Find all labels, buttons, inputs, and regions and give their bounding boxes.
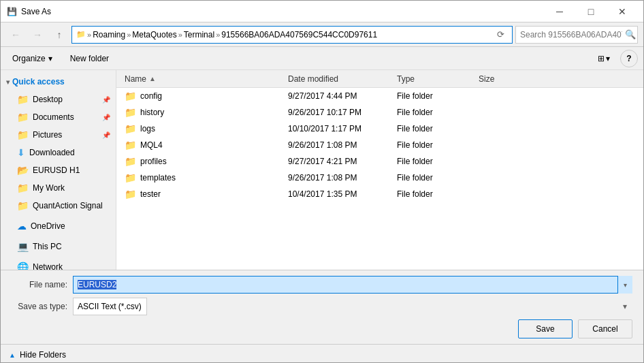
hide-folders-chevron: ▲ — [9, 351, 16, 359]
navigation-toolbar: ← → ↑ 📁 » Roaming » MetaQuotes » Termina… — [1, 22, 643, 47]
file-row[interactable]: 📁 logs 10/10/2017 1:17 PM File folder — [116, 121, 643, 137]
addr-guid: 915566BA06ADA407569C544CC0D97611 — [221, 30, 377, 40]
network-icon: 🌐 — [17, 262, 29, 270]
search-icon: 🔍 — [625, 29, 636, 40]
hide-folders-bar: ▲ Hide Folders — [1, 344, 643, 362]
thispc-section: 💻 This PC — [1, 238, 116, 255]
col-name-label: Name — [125, 74, 146, 84]
sidebar-item-label: Desktop — [33, 95, 63, 104]
address-bar[interactable]: 📁 » Roaming » MetaQuotes » Terminal » 91… — [71, 26, 513, 44]
file-cell-date: 9/26/2017 10:17 PM — [283, 108, 391, 117]
file-name-text: MQL4 — [140, 140, 163, 150]
network-section: 🌐 Network — [1, 258, 116, 270]
search-box[interactable]: 🔍 — [515, 26, 638, 44]
file-row[interactable]: 📁 templates 9/26/2017 1:08 PM File folde… — [116, 170, 643, 186]
file-folder-icon: 📁 — [125, 107, 136, 118]
col-header-type[interactable]: Type — [391, 70, 473, 87]
savetype-select-wrapper: ASCII Text (*.csv) — [73, 298, 632, 315]
sidebar-item-label: QuantAction Signal — [33, 201, 103, 210]
onedrive-section: ☁ OneDrive — [1, 217, 116, 235]
addr-roaming: Roaming — [93, 30, 125, 40]
col-header-date[interactable]: Date modified — [283, 70, 391, 87]
close-button[interactable]: ✕ — [607, 1, 638, 22]
view-button[interactable]: ⊞ ▾ — [593, 50, 615, 67]
quantaction-folder-icon: 📁 — [17, 200, 29, 211]
file-row[interactable]: 📁 profiles 9/27/2017 4:21 PM File folder — [116, 153, 643, 170]
sidebar-item-network[interactable]: 🌐 Network — [1, 258, 116, 270]
sidebar-item-mywork[interactable]: 📁 My Work — [1, 179, 116, 197]
help-button[interactable]: ? — [620, 50, 638, 67]
filename-input[interactable] — [73, 276, 632, 294]
sidebar-item-pictures[interactable]: 📁 Pictures 📌 — [1, 126, 116, 144]
save-as-dialog: 💾 Save As ─ □ ✕ ← → ↑ 📁 » Roaming » Meta… — [0, 0, 644, 363]
pin-icon: 📌 — [102, 96, 110, 104]
savetype-row: Save as type: ASCII Text (*.csv) — [12, 298, 632, 315]
file-cell-date: 10/4/2017 1:35 PM — [283, 189, 391, 199]
file-row[interactable]: 📁 config 9/27/2017 4:44 PM File folder — [116, 88, 643, 104]
sidebar-item-label: EURUSD H1 — [33, 165, 80, 175]
hide-folders-row[interactable]: ▲ Hide Folders — [6, 347, 638, 360]
savetype-select[interactable]: ASCII Text (*.csv) — [73, 298, 147, 315]
onedrive-label: OneDrive — [31, 221, 65, 231]
forward-button[interactable]: → — [28, 25, 47, 44]
downloaded-folder-icon: ⬇ — [17, 147, 25, 158]
col-date-label: Date modified — [288, 74, 338, 84]
quick-access-section: ▾ Quick access 📁 Desktop 📌 📁 Documents 📌… — [1, 73, 116, 215]
pin-icon: 📌 — [102, 114, 110, 121]
pc-icon: 💻 — [17, 241, 29, 252]
window-controls: ─ □ ✕ — [544, 1, 638, 22]
file-name-text: config — [140, 91, 162, 101]
sidebar-item-onedrive[interactable]: ☁ OneDrive — [1, 217, 116, 235]
back-button[interactable]: ← — [6, 25, 25, 44]
minimize-button[interactable]: ─ — [544, 1, 575, 22]
search-input[interactable] — [520, 30, 622, 40]
quick-access-label: Quick access — [12, 77, 65, 86]
sidebar: ▾ Quick access 📁 Desktop 📌 📁 Documents 📌… — [1, 70, 116, 270]
sidebar-item-thispc[interactable]: 💻 This PC — [1, 238, 116, 255]
new-folder-button[interactable]: New folder — [64, 50, 115, 67]
sort-arrow: ▲ — [149, 75, 156, 82]
sidebar-item-quantaction[interactable]: 📁 QuantAction Signal — [1, 197, 116, 215]
maximize-button[interactable]: □ — [575, 1, 607, 22]
organize-button[interactable]: Organize ▾ — [6, 50, 59, 67]
file-row[interactable]: 📁 history 9/26/2017 10:17 PM File folder — [116, 104, 643, 121]
addr-sep-3: » — [178, 31, 182, 39]
second-toolbar: Organize ▾ New folder ⊞ ▾ ? — [1, 47, 643, 70]
title-icon: 💾 — [6, 6, 17, 17]
file-cell-date: 9/27/2017 4:44 PM — [283, 91, 391, 101]
file-folder-icon: 📁 — [125, 140, 136, 151]
col-header-name[interactable]: Name ▲ — [119, 70, 283, 87]
cancel-button[interactable]: Cancel — [578, 319, 632, 338]
filename-row: File name: ▾ — [12, 276, 632, 294]
file-cell-date: 9/26/2017 1:08 PM — [283, 140, 391, 150]
file-folder-icon: 📁 — [125, 189, 136, 200]
file-row[interactable]: 📁 MQL4 9/26/2017 1:08 PM File folder — [116, 137, 643, 153]
file-cell-type: File folder — [391, 173, 473, 183]
sidebar-item-documents[interactable]: 📁 Documents 📌 — [1, 108, 116, 126]
documents-folder-icon: 📁 — [17, 112, 29, 123]
up-button[interactable]: ↑ — [50, 25, 69, 44]
save-button[interactable]: Save — [518, 319, 573, 338]
hide-folders-label: Hide Folders — [20, 350, 66, 360]
file-folder-icon: 📁 — [125, 123, 136, 134]
file-name-text: logs — [140, 124, 155, 133]
sidebar-item-downloaded[interactable]: ⬇ Downloaded — [1, 144, 116, 161]
file-cell-type: File folder — [391, 91, 473, 101]
sidebar-item-eurusd[interactable]: 📂 EURUSD H1 — [1, 161, 116, 179]
quick-access-header[interactable]: ▾ Quick access — [1, 73, 116, 91]
addr-sep-2: » — [127, 31, 131, 39]
filename-input-wrapper: ▾ — [73, 276, 632, 294]
eurusd-folder-icon: 📂 — [17, 165, 29, 176]
dialog-title: Save As — [21, 7, 544, 16]
file-row[interactable]: 📁 tester 10/4/2017 1:35 PM File folder — [116, 186, 643, 202]
sidebar-item-desktop[interactable]: 📁 Desktop 📌 — [1, 91, 116, 108]
file-cell-name: 📁 logs — [119, 123, 283, 134]
refresh-button[interactable]: ⟳ — [493, 27, 508, 42]
file-name-text: templates — [140, 173, 176, 183]
bottom-area: File name: ▾ Save as type: ASCII Text (*… — [1, 270, 643, 344]
file-cell-date: 9/26/2017 1:08 PM — [283, 173, 391, 183]
col-size-label: Size — [479, 74, 494, 84]
filename-dropdown-arrow[interactable]: ▾ — [617, 276, 632, 294]
col-header-size[interactable]: Size — [473, 70, 528, 87]
pin-icon: 📌 — [102, 131, 110, 139]
